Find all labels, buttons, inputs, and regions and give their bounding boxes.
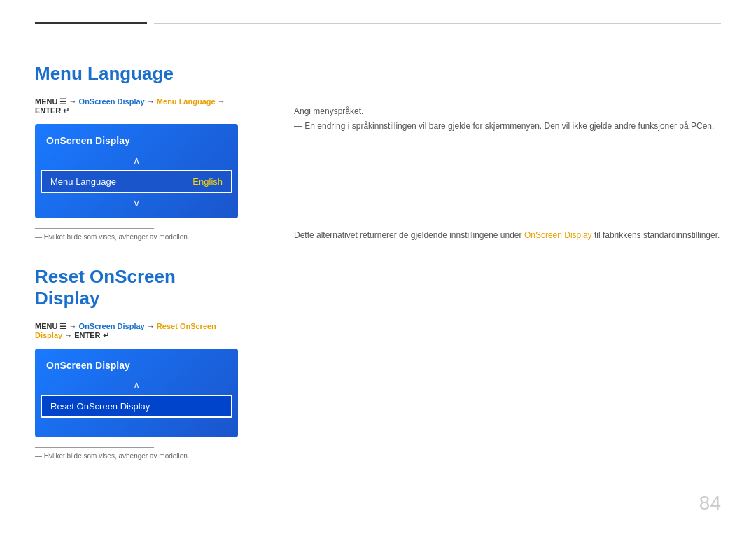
note-1: ― Hvilket bilde som vises, avhenger av m… (35, 233, 245, 241)
chevron-up-1: ∧ (35, 153, 238, 170)
arrow1: → (66, 97, 78, 106)
note-2: ― Hvilket bilde som vises, avhenger av m… (35, 452, 245, 460)
osd-menu-item-lang: Menu Language English (41, 170, 232, 193)
menu-icon: ☰ (59, 97, 66, 106)
enter-icon-2: ↵ (103, 331, 109, 339)
dark-line (35, 22, 147, 24)
menu-icon-2: ☰ (59, 322, 66, 330)
arrow1-2: → (66, 322, 78, 330)
menu-item-lang-value: English (192, 176, 223, 187)
reset-osd-item-label: Reset OnScreen Display (50, 401, 150, 412)
top-decorative-lines (35, 22, 721, 24)
chevron-down-1: ∨ (35, 193, 238, 211)
light-line (154, 23, 721, 24)
osd-menu-item-reset: Reset OnScreen Display (41, 395, 232, 418)
osd-widget-2: OnScreen Display ∧ Reset OnScreen Displa… (35, 349, 238, 437)
menu-lang-link: Menu Language (157, 97, 216, 106)
section-menu-language: Menu Language MENU ☰ → OnScreen Display … (35, 63, 245, 241)
page-container: Menu Language MENU ☰ → OnScreen Display … (0, 0, 756, 534)
osd-link-2: OnScreen Display (79, 322, 145, 330)
page-number: 84 (699, 492, 721, 514)
desc-menu-lang-1: Angi menyspråket. (294, 105, 721, 118)
arrow2: → (145, 97, 157, 106)
divider-2 (35, 447, 154, 448)
desc-reset-highlight: OnScreen Display (524, 230, 592, 240)
osd-widget-1: OnScreen Display ∧ Menu Language English… (35, 124, 238, 218)
osd-widget-title-2: OnScreen Display (35, 356, 238, 378)
menu-path-2: MENU ☰ → OnScreen Display → Reset OnScre… (35, 322, 245, 340)
left-column: Menu Language MENU ☰ → OnScreen Display … (0, 0, 273, 534)
arrow2-2: → (145, 322, 157, 330)
section-reset-osd: Reset OnScreen Display MENU ☰ → OnScreen… (35, 266, 245, 460)
right-column: Angi menyspråket. ― En endring i språkin… (273, 0, 756, 534)
chevron-up-2: ∧ (35, 378, 238, 395)
osd-widget-title-1: OnScreen Display (35, 131, 238, 153)
menu-prefix: MENU (35, 97, 59, 106)
enter-icon-1: ↵ (63, 106, 69, 115)
right-section-reset-osd: Dette alternativet returnerer de gjelden… (294, 229, 721, 242)
arrow3-2: → ENTER (62, 331, 102, 339)
right-section-menu-language: Angi menyspråket. ― En endring i språkin… (294, 28, 721, 131)
desc-reset-end: til fabrikkens standardinnstillinger. (592, 230, 720, 240)
reset-osd-title: Reset OnScreen Display (35, 266, 245, 309)
menu-path-1: MENU ☰ → OnScreen Display → Menu Languag… (35, 97, 245, 115)
menu-item-lang-label: Menu Language (50, 176, 116, 187)
menu-language-title: Menu Language (35, 63, 245, 85)
desc-menu-lang-2: ― En endring i språkinnstillingen vil ba… (294, 121, 721, 131)
menu-prefix-2: MENU (35, 322, 59, 330)
osd-link-1: OnScreen Display (79, 97, 145, 106)
divider-1 (35, 228, 154, 229)
desc-reset-prefix: Dette alternativet returnerer de gjelden… (294, 230, 524, 240)
desc-reset-osd: Dette alternativet returnerer de gjelden… (294, 229, 721, 242)
